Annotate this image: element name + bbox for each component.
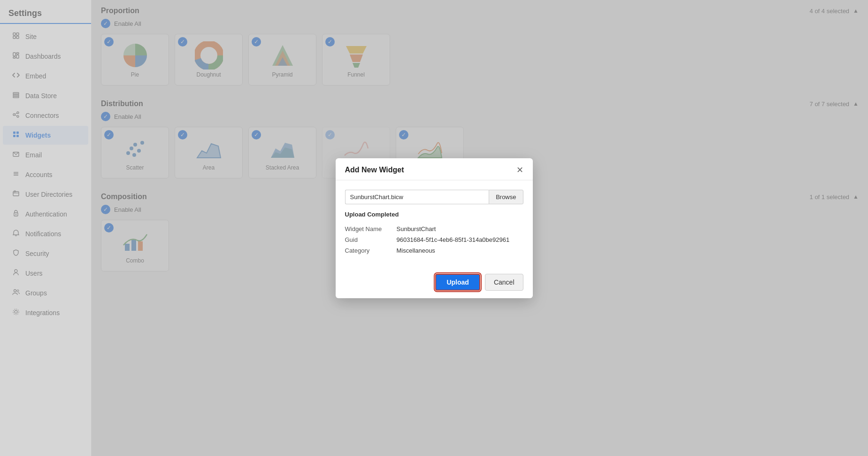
upload-completed-label: Upload Completed: [345, 211, 523, 218]
category-value: Miscellaneous: [397, 245, 523, 256]
widget-name-row: Widget Name SunburstChart: [345, 224, 523, 234]
cancel-button[interactable]: Cancel: [485, 274, 523, 291]
browse-button[interactable]: Browse: [489, 190, 523, 204]
upload-button[interactable]: Upload: [435, 274, 480, 291]
modal-footer: Upload Cancel: [336, 268, 533, 298]
modal-header: Add New Widget ✕: [336, 158, 533, 180]
file-input-field[interactable]: [345, 190, 489, 204]
modal-body: Browse Upload Completed Widget Name Sunb…: [336, 180, 533, 268]
add-new-widget-modal: Add New Widget ✕ Browse Upload Completed…: [336, 158, 533, 298]
guid-row: Guid 96031684-5f1c-4eb6-85f1-314a0be9296…: [345, 234, 523, 245]
guid-value: 96031684-5f1c-4eb6-85f1-314a0be92961: [397, 234, 523, 245]
widget-name-label: Widget Name: [345, 224, 397, 234]
widget-name-value: SunburstChart: [397, 224, 523, 234]
modal-title: Add New Widget: [345, 166, 404, 174]
category-label: Category: [345, 245, 397, 256]
file-input-row: Browse: [345, 190, 523, 204]
modal-overlay: Add New Widget ✕ Browse Upload Completed…: [0, 0, 868, 456]
widget-info-table: Widget Name SunburstChart Guid 96031684-…: [345, 224, 523, 256]
guid-label: Guid: [345, 234, 397, 245]
modal-close-button[interactable]: ✕: [516, 166, 523, 174]
category-row: Category Miscellaneous: [345, 245, 523, 256]
